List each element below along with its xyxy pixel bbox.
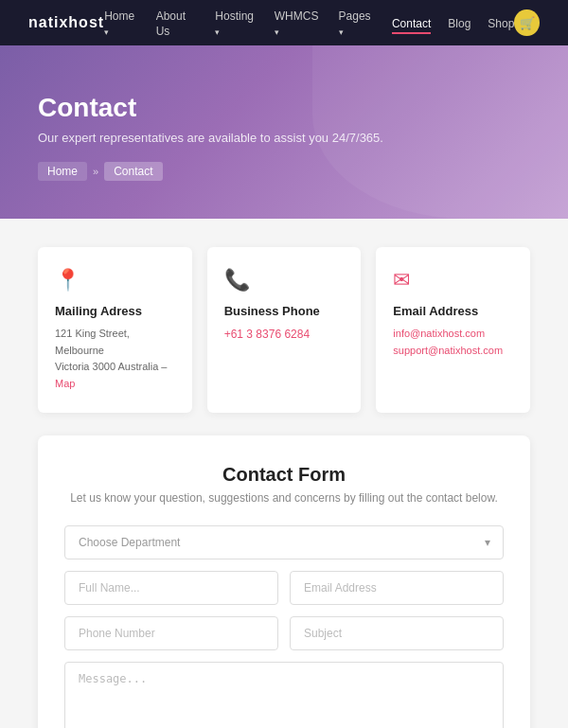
email-icon: ✉ (393, 268, 513, 293)
site-logo[interactable]: natixhost (28, 14, 104, 31)
contact-form-section: Contact Form Let us know your question, … (38, 435, 530, 728)
hero-section: Contact Our expert representatives are a… (0, 45, 568, 219)
hero-title: Contact (38, 93, 530, 123)
breadcrumb: Home » Contact (38, 162, 530, 181)
nav-links: Home ▾ About Us Hosting ▾ WHMCS ▾ Pages … (104, 8, 514, 38)
nav-about[interactable]: About Us (156, 9, 186, 38)
cart-button[interactable]: 🛒 (514, 9, 540, 36)
location-icon: 📍 (55, 268, 175, 293)
form-title: Contact Form (64, 464, 504, 486)
main-content: 📍 Mailing Adress 121 King Street, Melbou… (19, 219, 549, 728)
phone-number[interactable]: +61 3 8376 6284 (224, 326, 345, 344)
nav-home[interactable]: Home ▾ (104, 9, 134, 38)
nav-contact[interactable]: Contact (392, 17, 431, 34)
map-link[interactable]: Map (55, 376, 175, 393)
department-select[interactable]: Choose Department Sales Support Billing … (64, 525, 504, 559)
phone-field (64, 616, 278, 650)
nav-whmcs[interactable]: WHMCS ▾ (275, 9, 319, 38)
subject-input[interactable] (290, 616, 504, 650)
hero-subtitle: Our expert representatives are available… (38, 131, 530, 145)
subject-field (290, 616, 504, 650)
phone-card: 📞 Business Phone +61 3 8376 6284 (207, 247, 362, 413)
phone-subject-row (64, 616, 504, 650)
name-email-row (64, 571, 504, 605)
email-field-wrapper (290, 571, 504, 605)
email-card: ✉ Email Address info@natixhost.com suppo… (376, 247, 530, 413)
full-name-input[interactable] (64, 571, 278, 605)
email-address-2[interactable]: support@natixhost.com (393, 343, 513, 360)
phone-title: Business Phone (224, 304, 345, 318)
mailing-card: 📍 Mailing Adress 121 King Street, Melbou… (38, 247, 192, 413)
message-field (64, 662, 504, 728)
breadcrumb-home[interactable]: Home (38, 162, 87, 181)
nav-pages[interactable]: Pages ▾ (339, 9, 371, 38)
navbar: natixhost Home ▾ About Us Hosting ▾ WHMC… (0, 0, 568, 45)
nav-shop[interactable]: Shop (488, 17, 514, 30)
mailing-title: Mailing Adress (55, 304, 175, 318)
email-title: Email Address (393, 304, 513, 318)
mailing-address: 121 King Street, Melbourne Victoria 3000… (55, 326, 175, 392)
department-wrapper: Choose Department Sales Support Billing … (64, 525, 504, 559)
info-cards: 📍 Mailing Adress 121 King Street, Melbou… (38, 247, 530, 413)
full-name-field (64, 571, 278, 605)
form-subtitle: Let us know your question, suggestions a… (64, 491, 504, 505)
phone-input[interactable] (64, 616, 278, 650)
breadcrumb-current: Contact (104, 162, 162, 181)
breadcrumb-separator: » (93, 166, 98, 177)
message-textarea[interactable] (64, 662, 504, 728)
email-input[interactable] (290, 571, 504, 605)
email-address-1[interactable]: info@natixhost.com (393, 326, 513, 343)
nav-blog[interactable]: Blog (448, 17, 470, 30)
nav-hosting[interactable]: Hosting ▾ (215, 9, 254, 38)
phone-icon: 📞 (224, 268, 345, 293)
